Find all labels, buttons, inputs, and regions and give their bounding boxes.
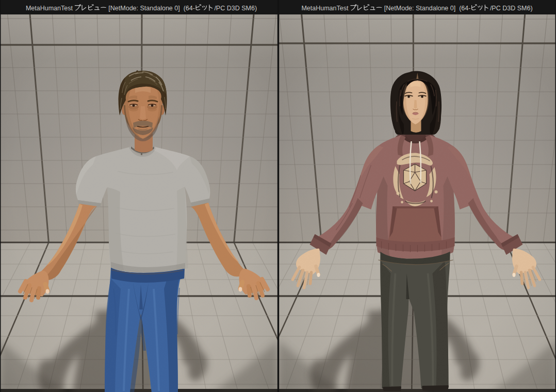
svg-text:[NetMode: Standalone 0] (64-: [NetMode: Standalone 0] (64-	[107, 5, 195, 12]
svg-text:MetaHumanTest: MetaHumanTest	[301, 5, 350, 12]
svg-text:/PC D3D SM6): /PC D3D SM6)	[490, 5, 533, 12]
svg-text:[NetMode: Standalone 0] (64-: [NetMode: Standalone 0] (64-	[382, 5, 470, 12]
svg-text:MetaHumanTest: MetaHumanTest	[26, 5, 74, 12]
svg-text:/PC D3D SM6): /PC D3D SM6)	[214, 5, 257, 12]
